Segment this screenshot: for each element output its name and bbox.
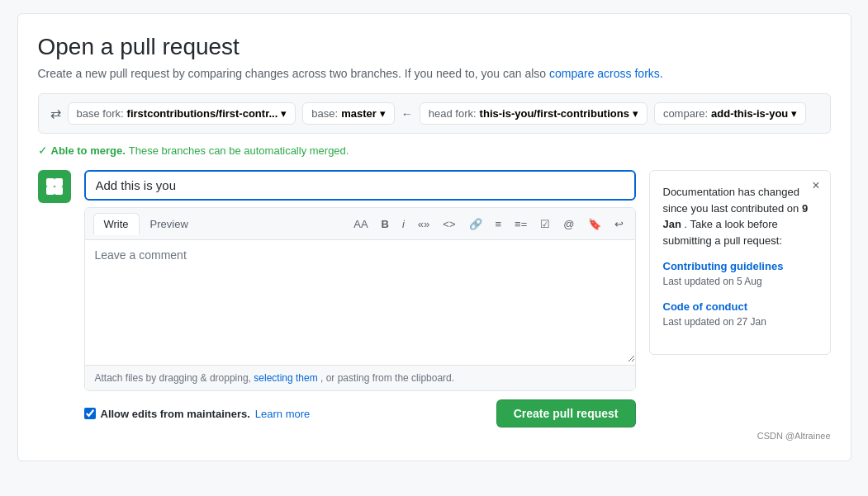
link-icon[interactable]: 🔗: [466, 216, 486, 232]
comment-textarea[interactable]: [85, 240, 635, 362]
watermark: CSDN @Altrainee: [38, 431, 831, 441]
form-col: Write Preview AA B i «» <> 🔗 ≡ ≡= ☑ @: [84, 170, 636, 428]
base-fork-select[interactable]: base fork: firstcontributions/first-cont…: [68, 102, 296, 125]
code-of-conduct-last-updated: Last updated on 27 Jan: [663, 316, 817, 328]
ordered-list-icon[interactable]: ≡=: [511, 216, 530, 232]
code-of-conduct-link[interactable]: Code of conduct: [663, 300, 817, 313]
textarea-wrap: [85, 240, 635, 365]
svg-rect-1: [55, 178, 63, 187]
check-icon: ✓: [38, 144, 48, 157]
dropdown-icon: ▾: [281, 107, 287, 120]
reference-icon[interactable]: 🔖: [585, 216, 605, 232]
page-subtitle: Create a new pull request by comparing c…: [38, 67, 831, 80]
svg-rect-0: [46, 178, 55, 187]
compare-branch-select[interactable]: compare: add-this-is-you ▾: [654, 102, 806, 125]
dropdown-icon: ▾: [791, 107, 797, 120]
tab-preview[interactable]: Preview: [140, 213, 199, 235]
sidebar-col: × Documentation has changed since you la…: [649, 170, 831, 355]
bold-icon[interactable]: B: [378, 216, 392, 232]
editor-container: Write Preview AA B i «» <> 🔗 ≡ ≡= ☑ @: [84, 207, 636, 391]
sidebar-panel: × Documentation has changed since you la…: [649, 170, 831, 355]
tab-write[interactable]: Write: [93, 213, 140, 235]
svg-rect-2: [46, 187, 55, 195]
left-arrow-icon: ←: [401, 107, 413, 120]
merge-status: ✓ Able to merge. These branches can be a…: [38, 144, 831, 157]
avatar-col: [38, 170, 71, 203]
editor-tabs: Write Preview: [93, 213, 199, 234]
attach-note: Attach files by dragging & dropping, sel…: [85, 365, 635, 390]
unordered-list-icon[interactable]: ≡: [492, 216, 505, 232]
italic-icon[interactable]: i: [399, 216, 408, 232]
page-wrapper: Open a pull request Create a new pull re…: [17, 13, 851, 461]
sidebar-description: Documentation has changed since you last…: [663, 184, 817, 248]
editor-actions: AA B i «» <> 🔗 ≡ ≡= ☑ @ 🔖 ↩: [350, 216, 626, 232]
main-content: Write Preview AA B i «» <> 🔗 ≡ ≡= ☑ @: [38, 170, 831, 428]
compare-forks-link[interactable]: compare across forks.: [549, 67, 663, 80]
allow-edits-checkbox[interactable]: [84, 408, 96, 419]
branch-bar: ⇄ base fork: firstcontributions/first-co…: [38, 93, 831, 134]
dropdown-icon: ▾: [633, 107, 638, 120]
task-list-icon[interactable]: ☑: [537, 216, 553, 232]
dropdown-icon: ▾: [380, 107, 386, 120]
contributing-guidelines-link[interactable]: Contributing guidelines: [663, 260, 817, 272]
learn-more-link[interactable]: Learn more: [255, 408, 310, 420]
quote-icon[interactable]: «»: [415, 216, 433, 232]
selecting-them-link[interactable]: selecting them: [254, 372, 317, 384]
close-icon[interactable]: ×: [812, 179, 819, 192]
svg-rect-3: [55, 187, 63, 195]
sync-icon: ⇄: [50, 106, 61, 121]
page-title: Open a pull request: [38, 34, 831, 60]
reply-icon[interactable]: ↩: [611, 216, 627, 232]
editor-toolbar: Write Preview AA B i «» <> 🔗 ≡ ≡= ☑ @: [85, 208, 635, 240]
bottom-bar: Allow edits from maintainers. Learn more…: [84, 399, 636, 428]
create-pull-request-button[interactable]: Create pull request: [496, 399, 636, 428]
code-icon[interactable]: <>: [439, 216, 458, 232]
heading-icon[interactable]: AA: [350, 216, 371, 232]
allow-edits-label[interactable]: Allow edits from maintainers. Learn more: [84, 408, 311, 420]
contributing-last-updated: Last updated on 5 Aug: [663, 276, 817, 287]
pr-title-input[interactable]: [84, 170, 636, 201]
base-branch-select[interactable]: base: master ▾: [302, 102, 394, 125]
head-fork-select[interactable]: head fork: this-is-you/first-contributio…: [420, 102, 647, 125]
mention-icon[interactable]: @: [560, 216, 577, 232]
avatar: [38, 170, 71, 203]
